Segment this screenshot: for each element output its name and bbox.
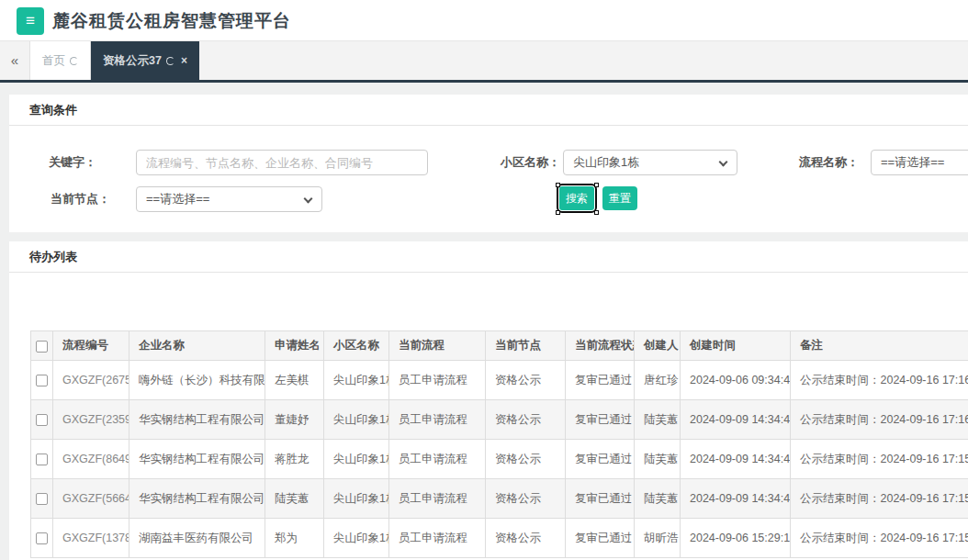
- cell-created-time: 2024-09-09 14:34:42: [681, 440, 791, 479]
- process-select-value: ==请选择==: [881, 155, 944, 169]
- keyword-input[interactable]: [136, 150, 428, 175]
- cell-applicant: 郑为: [265, 519, 324, 558]
- row-checkbox[interactable]: [36, 375, 48, 386]
- query-panel-title: 查询条件: [9, 95, 968, 126]
- col-company: 企业名称: [129, 331, 265, 361]
- tab-qualification-label: 资格公示37: [103, 53, 162, 69]
- col-process-code: 流程编号: [53, 331, 129, 361]
- cell-creator: 陆芙蕙: [635, 479, 681, 519]
- cell-created-time: 2024-09-06 15:29:10: [681, 519, 791, 558]
- app-header: ≡ 麓谷租赁公租房智慧管理平台: [0, 0, 968, 41]
- cell-process-status: 复审已通过: [566, 400, 635, 440]
- col-current-node: 当前节点: [486, 331, 566, 361]
- process-label: 流程名称：: [721, 150, 859, 175]
- cell-community: 尖山印象1栋: [324, 479, 389, 519]
- col-process-status: 当前流程状态: [566, 331, 635, 361]
- tab-qualification-publicity[interactable]: 资格公示37 ×: [91, 41, 199, 80]
- cell-applicant: 董婕妤: [265, 400, 324, 440]
- node-label: 当前节点：: [9, 186, 110, 212]
- cell-process-status: 复审已通过: [566, 479, 635, 519]
- cell-community: 尖山印象1栋: [324, 519, 389, 558]
- cell-process-status: 复审已通过: [566, 519, 635, 558]
- node-select-value: ==请选择==: [146, 192, 209, 206]
- node-select[interactable]: ==请选择==: [136, 186, 322, 212]
- cell-company: 华实钢结构工程有限公司: [129, 400, 265, 440]
- todo-table-wrap: 流程编号 企业名称 申请姓名 小区名称 当前流程 当前节点 当前流程状态 创建人…: [30, 330, 968, 558]
- refresh-icon[interactable]: [70, 57, 78, 65]
- cell-process-code: GXGZF(8649): [53, 440, 129, 479]
- cell-remark: 公示结束时间：2024-09-16 17:15:58: [791, 440, 968, 479]
- col-applicant: 申请姓名: [265, 331, 324, 361]
- tab-home-label: 首页: [42, 53, 65, 69]
- select-all-checkbox[interactable]: [36, 341, 48, 353]
- selection-handle: [594, 210, 599, 215]
- cell-community: 尖山印象1栋: [324, 440, 389, 479]
- cell-creator: 胡昕浩: [635, 519, 681, 558]
- close-icon[interactable]: ×: [181, 54, 187, 67]
- cell-company: 湖南益丰医药有限公司: [129, 519, 265, 558]
- col-remark: 备注: [791, 331, 968, 361]
- todo-panel-title: 待办列表: [9, 241, 968, 273]
- cell-company: 嗨外链（长沙）科技有限公司: [129, 361, 265, 400]
- cell-applicant: 蒋胜龙: [265, 440, 324, 479]
- table-row: GXGZF(23597) 华实钢结构工程有限公司 董婕妤 尖山印象1栋 员工申请…: [31, 400, 968, 440]
- cell-process-code: GXGZF(13788): [53, 519, 129, 558]
- cell-remark: 公示结束时间：2024-09-16 17:16:10: [791, 400, 968, 440]
- cell-current-node: 资格公示: [486, 440, 566, 479]
- search-button-focus-ring: 搜索: [557, 184, 597, 213]
- row-checkbox[interactable]: [36, 532, 48, 544]
- cell-current-node: 资格公示: [486, 479, 566, 519]
- tabbar-underline: [0, 80, 968, 83]
- community-label: 小区名称：: [413, 150, 560, 175]
- cell-remark: 公示结束时间：2024-09-16 17:15:46: [791, 479, 968, 519]
- collapse-tabs-icon[interactable]: «: [0, 41, 30, 80]
- cell-created-time: 2024-09-09 14:34:42: [681, 400, 791, 440]
- row-checkbox[interactable]: [36, 454, 48, 465]
- cell-created-time: 2024-09-09 14:34:43: [681, 479, 791, 519]
- cell-current-node: 资格公示: [486, 361, 566, 400]
- tab-bar: « 首页 资格公示37 ×: [0, 41, 968, 80]
- cell-remark: 公示结束时间：2024-09-16 17:15:34: [791, 519, 968, 558]
- cell-process-code: GXGZF(26751): [53, 361, 129, 400]
- cell-current-process: 员工申请流程: [389, 440, 486, 479]
- viewport: { "header": { "title": "麓谷租赁公租房智慧管理平台" }…: [0, 0, 968, 560]
- col-current-process: 当前流程: [389, 331, 486, 361]
- cell-community: 尖山印象1栋: [324, 400, 389, 440]
- cell-process-code: GXGZF(5664): [53, 479, 129, 519]
- row-checkbox[interactable]: [36, 414, 48, 426]
- query-form: 关键字： 小区名称： 尖山印象1栋 流程名称： ==请选择== 当前节点： ==…: [9, 126, 968, 232]
- hamburger-menu-icon[interactable]: ≡: [17, 7, 44, 35]
- keyword-label: 关键字：: [9, 150, 96, 175]
- cell-process-status: 复审已通过: [566, 361, 635, 400]
- cell-current-process: 员工申请流程: [389, 519, 486, 558]
- search-button[interactable]: 搜索: [559, 186, 594, 210]
- table-row: GXGZF(26751) 嗨外链（长沙）科技有限公司 左美棋 尖山印象1栋 员工…: [31, 361, 968, 400]
- cell-company: 华实钢结构工程有限公司: [129, 479, 265, 519]
- table-body: GXGZF(26751) 嗨外链（长沙）科技有限公司 左美棋 尖山印象1栋 员工…: [31, 361, 968, 558]
- table-header-row: 流程编号 企业名称 申请姓名 小区名称 当前流程 当前节点 当前流程状态 创建人…: [31, 331, 968, 361]
- process-select[interactable]: ==请选择==: [871, 150, 968, 175]
- table-row: GXGZF(8649) 华实钢结构工程有限公司 蒋胜龙 尖山印象1栋 员工申请流…: [31, 440, 968, 479]
- cell-applicant: 左美棋: [265, 361, 324, 400]
- selection-handle: [556, 183, 560, 187]
- cell-creator: 陆芙蕙: [635, 440, 681, 479]
- cell-current-node: 资格公示: [486, 519, 566, 558]
- selection-handle: [556, 210, 560, 215]
- row-checkbox[interactable]: [36, 493, 48, 505]
- cell-current-process: 员工申请流程: [389, 400, 486, 440]
- tab-home[interactable]: 首页: [30, 41, 91, 80]
- selection-handle: [594, 183, 599, 187]
- chevron-down-icon: [304, 195, 313, 204]
- cell-current-process: 员工申请流程: [389, 479, 486, 519]
- reset-button[interactable]: 重置: [602, 186, 637, 210]
- refresh-icon[interactable]: [166, 57, 174, 65]
- cell-process-status: 复审已通过: [566, 440, 635, 479]
- query-panel: 查询条件 关键字： 小区名称： 尖山印象1栋 流程名称： ==请选择== 当前节…: [9, 95, 968, 232]
- cell-community: 尖山印象1栋: [324, 361, 389, 400]
- col-created-time: 创建时间: [681, 331, 791, 361]
- cell-creator: 唐红珍: [635, 361, 681, 400]
- community-select[interactable]: 尖山印象1栋: [563, 150, 737, 175]
- community-select-value: 尖山印象1栋: [573, 155, 639, 169]
- cell-created-time: 2024-09-06 09:34:43: [681, 361, 791, 400]
- todo-table: 流程编号 企业名称 申请姓名 小区名称 当前流程 当前节点 当前流程状态 创建人…: [30, 330, 968, 558]
